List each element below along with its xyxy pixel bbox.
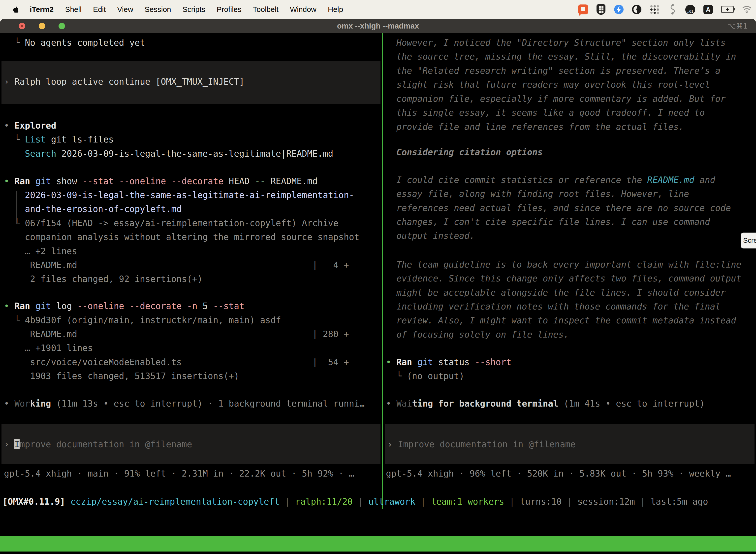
git-status-command: • Ran git status --short <box>386 357 755 368</box>
kaleidoscope-icon[interactable] <box>631 4 642 15</box>
reasoning-line: the source tree, missing the essay. Stil… <box>386 51 755 62</box>
menu-status-icons: ..61 A <box>578 0 752 19</box>
wifi-icon[interactable] <box>742 4 752 15</box>
git-show-arg-line1: 2026-03-09-is-legal-the-same-as-legitima… <box>4 189 381 201</box>
title-bar[interactable]: omx --xhigh --madmax ⌥⌘1 <box>0 19 756 33</box>
reasoning-line: However, I noticed the "Directory Struct… <box>386 37 755 48</box>
menu-item-app[interactable]: iTerm2 <box>30 5 54 14</box>
screen-overlay-button[interactable]: Scre <box>741 233 756 248</box>
timer-badge-icon[interactable]: ..61 <box>685 4 695 15</box>
working-status-line: • Working (11m 13s • esc to interrupt) ·… <box>4 398 381 409</box>
tmux-status-bar[interactable]: [omx-cczip0:bash* "MacBook-Pro-44.local"… <box>0 536 756 552</box>
menu-item-scripts[interactable]: Scripts <box>183 5 205 14</box>
menu-item-help[interactable]: Help <box>328 5 343 14</box>
git-log-command: • Ran git log --oneline --decorate -n 5 … <box>4 300 381 312</box>
git-show-command: • Ran git show --stat --oneline --decora… <box>4 176 381 187</box>
prompt-input-line[interactable]: › Improve documentation in @filename <box>4 439 380 450</box>
reasoning-heading: Considering citation options <box>386 147 755 158</box>
git-log-more-lines: … +1901 lines <box>4 342 381 353</box>
git-show-arg-line2: and-the-erosion-of-copyleft.md <box>4 204 381 214</box>
menu-item-view[interactable]: View <box>117 5 133 14</box>
reasoning-line: output instead. <box>386 230 755 241</box>
git-log-summary: 1903 files changed, 513517 insertions(+) <box>4 371 381 382</box>
git-log-output1: └ 4b9d30f (origin/main, instructkr/main,… <box>4 315 381 326</box>
window-title: omx --xhigh --madmax <box>0 19 756 33</box>
menu-bar: iTerm2 Shell Edit View Session Scripts P… <box>0 0 756 19</box>
model-status-line: gpt-5.4 xhigh · 96% left · 520K in · 5.8… <box>386 468 755 479</box>
reasoning-line: this single essay, it seems like a good … <box>386 107 755 118</box>
git-show-output1: └ 067f154 (HEAD -> essay/ai-reimplementa… <box>4 218 381 229</box>
waiting-status-line: • Waiting for background terminal (1m 41… <box>386 398 755 409</box>
reasoning-line: including verification notes with those … <box>386 301 755 312</box>
reasoning-line: essay file, along with finding root file… <box>386 188 755 199</box>
reasoning-line: might be acceptable alongside the file l… <box>386 287 755 298</box>
git-show-more-lines: … +2 lines <box>4 246 381 257</box>
messages-icon[interactable] <box>578 4 588 15</box>
reasoning-line: review. Also, I might want to inspect th… <box>386 315 755 326</box>
explored-header: • Explored <box>4 120 381 131</box>
git-show-summary: 2 files changed, 92 insertions(+) <box>4 274 381 284</box>
battery-icon[interactable] <box>721 4 734 15</box>
explored-search-line: Search 2026-03-09-is-legal-the-same-as-l… <box>4 148 381 159</box>
reasoning-line: I could cite commit statistics or refere… <box>386 174 755 185</box>
reasoning-line: slight risk that future readers may over… <box>386 79 755 90</box>
git-show-output2: companion analysis without altering the … <box>4 232 381 242</box>
reasoning-line: The team guideline is to back every impo… <box>386 259 755 270</box>
git-log-stat-voice: src/voice/voiceModeEnabled.ts | 54 + <box>4 357 381 368</box>
shield-grid-icon[interactable] <box>596 4 606 15</box>
reasoning-line: evidence. Since this change only affects… <box>386 273 755 284</box>
reasoning-line: references need actual files, and since … <box>386 203 755 214</box>
reasoning-line: companion file, especially if more comme… <box>386 93 755 104</box>
model-status-line: gpt-5.4 xhigh · main · 91% left · 2.31M … <box>4 468 381 479</box>
ralph-loop-line: › Ralph loop active continue [OMX_TMUX_I… <box>4 76 380 87</box>
prompt-input-box[interactable]: › Improve documentation in @filename <box>385 424 755 464</box>
git-status-output: └ (no output) <box>386 371 755 382</box>
left-agent-pane[interactable]: └ No agents completed yet › Ralph loop a… <box>0 33 382 524</box>
reasoning-line: provide file and line references from th… <box>386 121 755 132</box>
terminal-content[interactable]: └ No agents completed yet › Ralph loop a… <box>0 33 756 554</box>
input-source-icon[interactable]: A <box>703 4 713 15</box>
reasoning-line: changes, I can't cite specific file line… <box>386 216 755 227</box>
omx-session-bar: [OMX#0.11.9] cczip/essay/ai-reimplementa… <box>2 496 708 507</box>
menu-item-shell[interactable]: Shell <box>65 5 82 14</box>
reasoning-line: of focusing solely on file lines. <box>386 329 755 340</box>
menu-item-session[interactable]: Session <box>145 5 171 14</box>
blue-badge-icon[interactable] <box>614 4 624 15</box>
menu-item-toolbelt[interactable]: Toolbelt <box>253 5 278 14</box>
right-agent-pane[interactable]: However, I noticed the "Directory Struct… <box>383 33 756 524</box>
prompt-input-line[interactable]: › Improve documentation in @filename <box>387 439 755 450</box>
menu-item-profiles[interactable]: Profiles <box>216 5 241 14</box>
menu-item-window[interactable]: Window <box>290 5 316 14</box>
git-show-stat-readme: README.md | 4 + <box>4 260 381 271</box>
prompt-input-box[interactable]: › Improve documentation in @filename <box>1 424 380 464</box>
ralph-inject-box: › Ralph loop active continue [OMX_TMUX_I… <box>1 61 380 104</box>
explored-list-line: └ List git ls-files <box>4 134 381 145</box>
window-shortcut: ⌥⌘1 <box>728 22 748 30</box>
squiggle-icon[interactable] <box>667 4 678 15</box>
pane-divider[interactable] <box>382 33 383 509</box>
iterm-window: omx --xhigh --madmax ⌥⌘1 └ No agents com… <box>0 19 756 554</box>
apple-menu-icon[interactable] <box>13 6 19 13</box>
git-log-stat-readme: README.md | 280 + <box>4 329 381 340</box>
tmux-session-name: [omx-cczip0:bash* <box>1 552 83 554</box>
menu-item-edit[interactable]: Edit <box>93 5 106 14</box>
reasoning-line: the "Related research writing" section i… <box>386 65 755 76</box>
dots-grid-icon[interactable] <box>649 4 660 15</box>
agents-completed-line: └ No agents completed yet <box>4 37 381 48</box>
